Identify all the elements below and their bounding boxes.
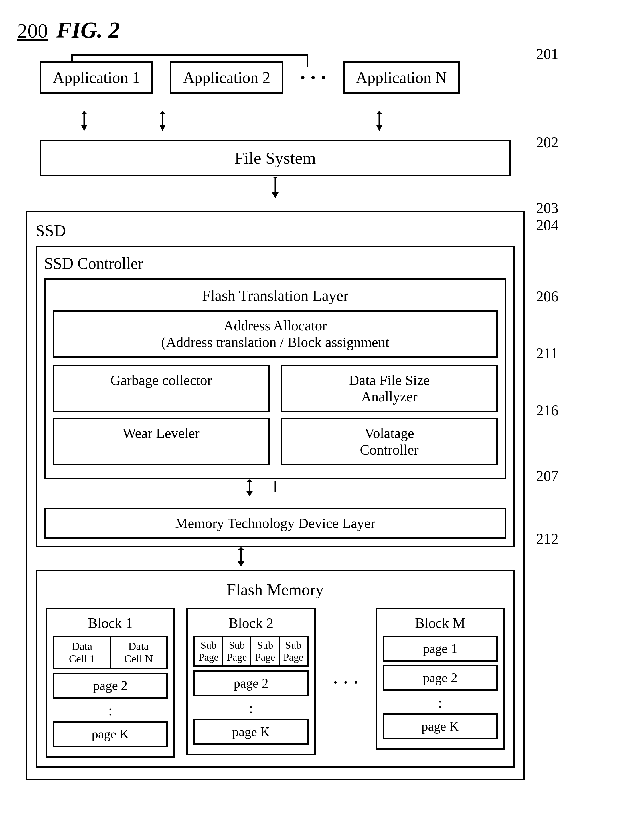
- ref-202: 202: [536, 134, 558, 151]
- svg-marker-20: [237, 547, 244, 550]
- ref-201: 201: [536, 46, 558, 62]
- block2-pageK: page K: [193, 719, 308, 745]
- addr-alloc-box: Address Allocator (Address translation /…: [53, 310, 498, 358]
- arrow-fs-to-ssd: [40, 177, 511, 211]
- ssd-controller-label: SSD Controller: [44, 254, 506, 273]
- sub-page-1: Sub Page: [195, 637, 223, 665]
- ref-203: 203: [536, 200, 558, 216]
- svg-marker-5: [160, 111, 165, 114]
- sub-page-2: Sub Page: [223, 637, 251, 665]
- block2-box: Block 2 Sub Page Sub Page Sub Page Sub P…: [186, 608, 315, 755]
- data-file-size-box: Data File Size Anallyzer: [281, 365, 498, 412]
- ssd-label: SSD: [36, 221, 515, 240]
- block1-box: Block 1 Data Cell 1 Data Cell N page 2 :…: [46, 608, 175, 758]
- ref-204: 204: [536, 217, 558, 234]
- apps-row: Application 1 Application 2 · · · Applic…: [40, 61, 511, 94]
- flash-memory-label: Flash Memory: [46, 580, 505, 599]
- blockM-label: Block M: [383, 615, 498, 631]
- ftl-label: Flash Translation Layer: [53, 287, 498, 305]
- svg-marker-19: [237, 561, 244, 567]
- blockM-dots: :: [383, 694, 498, 711]
- block2-page2: page 2: [193, 670, 308, 696]
- figure-title: FIG. 2: [57, 17, 120, 43]
- blockM-box: Block M page 1 page 2 : page K: [376, 608, 505, 750]
- ref-212: 212: [536, 531, 558, 547]
- block1-label: Block 1: [53, 615, 168, 631]
- svg-marker-8: [376, 111, 382, 114]
- garbage-collector-box: Garbage collector: [53, 365, 269, 412]
- blockM-page1: page 1: [383, 636, 498, 662]
- addr-alloc-line2: (Address translation / Block assignment: [63, 334, 488, 351]
- ref-207: 207: [536, 467, 558, 485]
- svg-marker-10: [272, 193, 279, 198]
- figure-label: 200 FIG. 2: [17, 17, 120, 43]
- appN-box: Application N: [343, 61, 460, 94]
- sub-page-3: Sub Page: [251, 637, 280, 665]
- block1-data-cells: Data Cell 1 Data Cell N: [53, 636, 168, 669]
- file-system-box: File System: [40, 140, 511, 177]
- sub-page-4: Sub Page: [280, 637, 307, 665]
- ref-206: 206: [536, 288, 558, 305]
- app2-box: Application 2: [170, 61, 283, 94]
- figure-number: 200: [17, 19, 48, 43]
- ssd-outer-box: SSD SSD Controller Flash Translation Lay…: [26, 211, 525, 780]
- app1-box: Application 1: [40, 61, 153, 94]
- flash-memory-box: Flash Memory Block 1 Data Cell 1 Data Ce…: [36, 570, 515, 767]
- volatage-controller-box: Volatage Controller: [281, 418, 498, 465]
- between-blocks-dots: · · ·: [327, 671, 364, 695]
- block1-pageK: page K: [53, 721, 168, 747]
- svg-marker-2: [81, 111, 87, 114]
- blocks-row: Block 1 Data Cell 1 Data Cell N page 2 :…: [46, 608, 505, 758]
- block2-label: Block 2: [193, 615, 308, 631]
- data-cell-n: Data Cell N: [111, 637, 166, 668]
- ssd-controller-box: SSD Controller Flash Translation Layer A…: [36, 246, 515, 547]
- svg-marker-11: [272, 177, 279, 178]
- addr-alloc-line1: Address Allocator: [63, 317, 488, 334]
- ftl-box: Flash Translation Layer Address Allocato…: [44, 278, 506, 479]
- inner-row-2: Wear Leveler Volatage Controller: [53, 418, 498, 465]
- arrow-ftl-to-mtd: [44, 479, 506, 499]
- apps-dots: · · ·: [300, 66, 326, 90]
- svg-marker-16: [246, 491, 253, 496]
- data-cell-1: Data Cell 1: [54, 637, 111, 668]
- inner-row-1: Garbage collector Data File Size Anallyz…: [53, 365, 498, 412]
- arrow-ssd-to-flash: [36, 547, 515, 570]
- blockM-pageK: page K: [383, 714, 498, 739]
- block2-dots: :: [193, 700, 308, 717]
- wear-leveler-box: Wear Leveler: [53, 418, 269, 465]
- svg-marker-4: [160, 125, 165, 131]
- svg-marker-7: [376, 125, 382, 131]
- mtd-box: Memory Technology Device Layer: [44, 508, 506, 538]
- ref-211: 211: [536, 345, 558, 362]
- block1-page2: page 2: [53, 673, 168, 699]
- svg-marker-1: [81, 125, 87, 131]
- blockM-page2: page 2: [383, 665, 498, 691]
- ref-216: 216: [536, 402, 558, 419]
- svg-marker-17: [246, 479, 253, 482]
- diagram-container: 200 FIG. 2 201 Application 1 Application…: [17, 17, 616, 832]
- block2-subpages: Sub Page Sub Page Sub Page Sub Page: [193, 636, 308, 667]
- block1-dots: :: [53, 702, 168, 719]
